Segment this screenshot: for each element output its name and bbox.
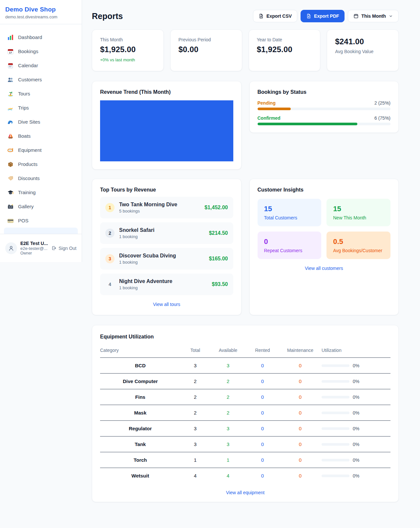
sidebar-item-calendar[interactable]: Calendar <box>4 58 78 72</box>
revenue-trend-chart <box>100 100 233 161</box>
status-bar-track <box>258 123 391 125</box>
user-name: E2E Test U... <box>20 241 48 246</box>
sidebar-item-tours[interactable]: Tours <box>4 87 78 101</box>
utilization-percent: 0% <box>353 410 359 416</box>
sidebar-item-customers[interactable]: Customers <box>4 72 78 87</box>
cell-category: Tank <box>100 437 180 452</box>
status-label: Confirmed <box>258 115 281 121</box>
cell-category: Dive Computer <box>100 374 180 389</box>
pos-icon <box>7 217 14 224</box>
sign-out-button[interactable]: Sign Out <box>51 245 76 251</box>
table-row: Dive Computer 2 2 0 0 0% <box>100 374 390 389</box>
discounts-icon <box>7 175 14 182</box>
cell-available: 3 <box>210 358 246 374</box>
view-all-customers-link[interactable]: View all customers <box>258 266 391 271</box>
stats-grid: This Month $1,925.00 +0% vs last month P… <box>92 30 399 71</box>
insight-tile-avg-bookings: 0.5 Avg Bookings/Customer <box>326 232 390 259</box>
cell-utilization: 0% <box>322 405 390 421</box>
revenue-trend-title: Revenue Trend (This Month) <box>100 89 233 95</box>
status-bar-track <box>258 108 391 110</box>
shop-header: Demo Dive Shop demo.test.divestreams.com <box>0 0 82 24</box>
table-row: BCD 3 3 0 0 0% <box>100 358 390 374</box>
stat-label: Avg Booking Value <box>335 49 390 54</box>
cell-rented: 0 <box>246 468 279 484</box>
sidebar-item-dashboard[interactable]: Dashboard <box>4 30 78 44</box>
cell-rented: 0 <box>246 452 279 468</box>
tile-label: Total Customers <box>264 215 315 220</box>
equipment-utilization-card: Equipment Utilization Category Total Ava… <box>92 325 399 502</box>
sidebar-item-label: Products <box>18 161 37 167</box>
tile-value: 15 <box>333 205 384 213</box>
sidebar-item-dive-sites[interactable]: Dive Sites <box>4 115 78 129</box>
sidebar-item-label: Training <box>18 190 36 195</box>
logout-icon <box>51 245 57 251</box>
cell-utilization: 0% <box>322 421 390 437</box>
customers-icon <box>7 76 14 83</box>
insight-tile-repeat-customers: 0 Repeat Customers <box>258 232 322 259</box>
sidebar-item-discounts[interactable]: Discounts <box>4 171 78 185</box>
stat-label: This Month <box>100 37 156 42</box>
cell-rented: 0 <box>246 389 279 405</box>
cell-maintenance: 0 <box>279 437 322 452</box>
utilization-percent: 0% <box>353 395 359 400</box>
sidebar-item-trips[interactable]: Trips <box>4 101 78 115</box>
sidebar-nav: Dashboard 17 Bookings Calendar Customers… <box>0 24 82 234</box>
cell-rented: 0 <box>246 421 279 437</box>
export-csv-button[interactable]: Export CSV <box>253 10 297 22</box>
utilization-bar-track <box>322 364 349 367</box>
view-all-tours-link[interactable]: View all tours <box>100 302 233 307</box>
page-header: Reports Export CSV Export PDF This Month <box>92 10 399 22</box>
customer-insights-title: Customer Insights <box>258 187 391 193</box>
sidebar-item-training[interactable]: Training <box>4 185 78 199</box>
cell-category: Torch <box>100 452 180 468</box>
page-title: Reports <box>92 11 123 21</box>
cell-rented: 0 <box>246 358 279 374</box>
sidebar-item-active-partial[interactable] <box>4 228 78 234</box>
bookings-by-status-card: Bookings by Status Pending 2 (25%) Confi… <box>249 81 399 133</box>
shop-name: Demo Dive Shop <box>5 6 76 13</box>
sidebar-item-equipment[interactable]: Equipment <box>4 143 78 157</box>
tour-revenue: $165.00 <box>209 256 228 262</box>
cell-available: 4 <box>210 468 246 484</box>
column-header: Maintenance <box>279 344 322 358</box>
tour-row: 3 Discover Scuba Diving 1 booking $165.0… <box>100 248 233 270</box>
calendar-icon <box>7 62 14 69</box>
sidebar-item-products[interactable]: Products <box>4 157 78 171</box>
main-content: Reports Export CSV Export PDF This Month… <box>92 10 399 517</box>
status-bar-fill <box>258 123 357 125</box>
table-row: Regulator 3 3 0 0 0% <box>100 421 390 437</box>
stat-delta: +0% vs last month <box>100 57 156 62</box>
dive-sites-icon <box>7 119 14 125</box>
tile-value: 0 <box>264 237 315 246</box>
sidebar-item-bookings[interactable]: 17 Bookings <box>4 44 78 58</box>
tile-label: Avg Bookings/Customer <box>333 248 384 253</box>
training-icon <box>7 189 14 196</box>
gallery-icon <box>7 203 14 210</box>
sidebar-item-label: Trips <box>18 105 29 111</box>
sidebar-item-boats[interactable]: Boats <box>4 129 78 143</box>
cell-total: 3 <box>180 437 210 452</box>
avatar <box>5 242 17 254</box>
tour-name: Discover Scuba Diving <box>119 253 204 259</box>
cell-maintenance: 0 <box>279 421 322 437</box>
cell-available: 3 <box>210 421 246 437</box>
file-download-icon <box>306 13 311 19</box>
cell-maintenance: 0 <box>279 452 322 468</box>
utilization-bar-track <box>322 396 349 398</box>
cell-available: 2 <box>210 405 246 421</box>
cell-total: 2 <box>180 374 210 389</box>
stat-label: Previous Period <box>178 37 234 42</box>
period-select[interactable]: This Month <box>348 10 399 22</box>
period-label: This Month <box>361 13 386 19</box>
sidebar-item-label: Dive Sites <box>18 119 40 125</box>
cell-available: 3 <box>210 437 246 452</box>
export-pdf-button[interactable]: Export PDF <box>301 10 345 22</box>
tile-value: 0.5 <box>333 237 384 246</box>
tour-bookings: 1 booking <box>119 234 204 239</box>
view-all-equipment-link[interactable]: View all equipment <box>100 490 390 495</box>
svg-text:17: 17 <box>9 51 12 54</box>
tile-value: 15 <box>264 205 315 213</box>
sidebar-item-gallery[interactable]: Gallery <box>4 199 78 213</box>
equipment-icon <box>7 147 14 153</box>
sidebar-item-pos[interactable]: POS <box>4 213 78 228</box>
